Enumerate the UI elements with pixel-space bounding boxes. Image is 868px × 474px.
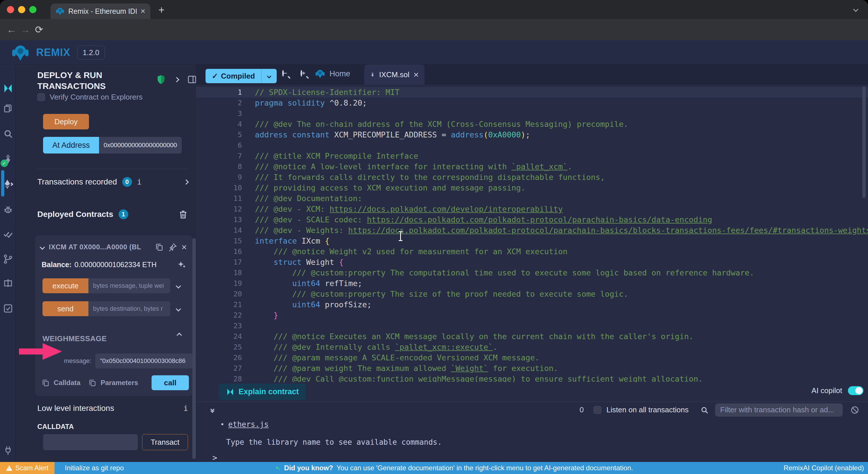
ai-copilot-toggle[interactable] xyxy=(848,386,863,395)
execute-args-input[interactable] xyxy=(88,278,170,293)
code-line[interactable]: 23 xyxy=(196,320,868,331)
code-line[interactable]: 26 /// @param message A SCALE-encoded Ve… xyxy=(196,352,868,363)
deploy-run-icon[interactable] xyxy=(0,174,16,194)
at-address-input[interactable] xyxy=(99,137,182,154)
explain-contract-button[interactable]: Explain contract xyxy=(219,384,306,400)
code-line[interactable]: 3 xyxy=(196,108,868,119)
solidity-compiler-icon[interactable]: ✓ xyxy=(0,149,16,169)
execute-button[interactable]: execute xyxy=(42,278,88,293)
code-line[interactable]: 19 uint64 refTime; xyxy=(196,278,868,289)
code-line[interactable]: 2pragma solidity ^0.8.20; xyxy=(196,98,868,108)
copy-calldata-icon[interactable] xyxy=(42,379,50,387)
file-explorer-icon[interactable] xyxy=(0,98,16,119)
code-line[interactable]: 7/// @title XCM Precompile Interface xyxy=(196,151,868,161)
file-tab-close-icon[interactable]: × xyxy=(413,70,419,79)
code-line[interactable]: 24 /// @notice Executes an XCM message l… xyxy=(196,331,868,342)
send-args-input[interactable] xyxy=(88,301,170,316)
traffic-light-close[interactable] xyxy=(7,6,14,13)
send-button[interactable]: send xyxy=(42,301,88,316)
tab-home[interactable]: Home xyxy=(315,69,350,78)
scam-alert-badge[interactable]: Scam Alert xyxy=(0,462,55,474)
library-suggestion[interactable]: ethers.js xyxy=(228,420,269,429)
browser-tab[interactable]: Remix - Ethereum IDE × xyxy=(51,3,150,19)
weighmessage-collapse-icon[interactable] xyxy=(177,333,182,338)
calldata-input[interactable] xyxy=(43,434,138,450)
code-line[interactable]: 13/// @dev - SCALE codec: https://docs.p… xyxy=(196,214,868,225)
unit-testing-icon[interactable] xyxy=(0,298,16,318)
zoom-out-icon[interactable]: − xyxy=(282,70,284,76)
reload-icon[interactable]: ⟳ xyxy=(32,24,46,35)
pin-panel-icon[interactable] xyxy=(187,74,197,84)
code-line[interactable]: 21 uint64 proofSize; xyxy=(196,299,868,310)
code-line[interactable]: 16 /// @notice Weight v2 used for measur… xyxy=(196,246,868,257)
static-analysis-icon[interactable] xyxy=(0,224,16,244)
copy-address-icon[interactable] xyxy=(155,243,164,251)
verify-checkbox[interactable] xyxy=(37,93,45,101)
tab-search-icon[interactable] xyxy=(853,7,858,12)
tab-ixcm-sol[interactable]: IXCM.sol × xyxy=(364,65,425,85)
code-line[interactable]: 20 /// @custom:property The size of the … xyxy=(196,289,868,299)
code-line[interactable]: 6 xyxy=(196,140,868,151)
remixai-butterfly-icon[interactable] xyxy=(0,78,16,98)
code-editor[interactable]: 1// SPDX-License-Identifier: MIT2pragma … xyxy=(196,85,868,382)
code-line[interactable]: 25 /// @dev Internally calls `pallet_xcm… xyxy=(196,342,868,352)
compiled-dropdown-caret[interactable] xyxy=(261,69,277,83)
init-git-button[interactable]: Initialize as git repo xyxy=(65,464,124,472)
forward-icon[interactable]: → xyxy=(19,24,32,35)
at-address-button[interactable]: At Address xyxy=(43,137,99,154)
transact-button[interactable]: Transact xyxy=(142,434,188,450)
zoom-in-icon[interactable]: + xyxy=(301,70,302,76)
code-line[interactable]: 28 /// @dev Call @custom:function weighM… xyxy=(196,374,868,382)
expand-panel-icon[interactable] xyxy=(174,77,179,82)
contract-title[interactable]: IXCM AT 0X000...A0000 (BL xyxy=(49,243,150,251)
code-line[interactable]: 8/// @notice A low-level interface for i… xyxy=(196,161,868,172)
copilot-status[interactable]: RemixAI Copilot (enabled) xyxy=(784,464,864,472)
learneth-icon[interactable] xyxy=(0,274,16,294)
tab-close-icon[interactable]: × xyxy=(141,7,145,15)
calldata-copy-label[interactable]: Calldata xyxy=(54,379,81,387)
call-button[interactable]: call xyxy=(152,375,189,390)
code-line[interactable]: 5address constant XCM_PRECOMPILE_ADDRESS… xyxy=(196,129,868,140)
code-line[interactable]: 17 struct Weight { xyxy=(196,257,868,267)
panel-scrollbar[interactable] xyxy=(192,238,196,459)
traffic-light-zoom[interactable] xyxy=(29,6,36,13)
code-line[interactable]: 14/// @dev - Weights: https://docs.polka… xyxy=(196,225,868,235)
listen-checkbox[interactable] xyxy=(594,406,601,414)
code-line[interactable]: 15interface IXcm { xyxy=(196,235,868,246)
code-line[interactable]: 22 } xyxy=(196,310,868,320)
info-icon[interactable]: i xyxy=(137,178,142,186)
terminal-prompt[interactable]: > xyxy=(212,453,217,463)
code-line[interactable]: 1// SPDX-License-Identifier: MIT xyxy=(196,87,868,98)
parameters-copy-label[interactable]: Parameters xyxy=(100,379,138,387)
clear-terminal-icon[interactable] xyxy=(850,405,859,415)
message-input[interactable] xyxy=(95,353,193,369)
pin-contract-icon[interactable] xyxy=(168,243,177,251)
code-line[interactable]: 12/// @dev - XCM: https://docs.polkadot.… xyxy=(196,204,868,214)
send-expand-icon[interactable] xyxy=(176,306,181,311)
terminal-search-icon[interactable] xyxy=(700,406,709,414)
search-icon[interactable] xyxy=(0,124,16,144)
sparkles-ai-icon[interactable] xyxy=(177,260,187,270)
back-icon[interactable]: ← xyxy=(5,24,19,35)
editor-scrollbar[interactable] xyxy=(862,86,866,198)
code-line[interactable]: 11/// @dev Documentation: xyxy=(196,193,868,204)
low-level-info-icon[interactable]: i xyxy=(183,404,188,413)
terminal-collapse-icon[interactable] xyxy=(211,408,214,412)
plugin-manager-icon[interactable] xyxy=(0,440,16,461)
code-line[interactable]: 4/// @dev The on-chain address of the XC… xyxy=(196,119,868,129)
filter-input[interactable] xyxy=(715,403,843,417)
new-tab-button[interactable]: + xyxy=(158,4,164,16)
code-line[interactable]: 18 /// @custom:property The computationa… xyxy=(196,267,868,278)
deploy-button[interactable]: Deploy xyxy=(43,114,89,129)
remove-contract-icon[interactable]: × xyxy=(181,243,187,252)
execute-expand-icon[interactable] xyxy=(176,283,181,288)
debugger-icon[interactable] xyxy=(0,199,16,220)
copy-parameters-icon[interactable] xyxy=(88,379,96,387)
compiled-button[interactable]: ✓Compiled xyxy=(206,69,277,83)
git-icon[interactable] xyxy=(0,249,16,269)
code-line[interactable]: 9/// It forwards calls directly to the c… xyxy=(196,172,868,183)
code-line[interactable]: 27 /// @param weight The maximum allowed… xyxy=(196,363,868,374)
code-line[interactable]: 10/// providing access to XCM execution … xyxy=(196,183,868,193)
trash-icon[interactable] xyxy=(178,210,188,219)
contract-collapse-icon[interactable] xyxy=(40,245,45,250)
